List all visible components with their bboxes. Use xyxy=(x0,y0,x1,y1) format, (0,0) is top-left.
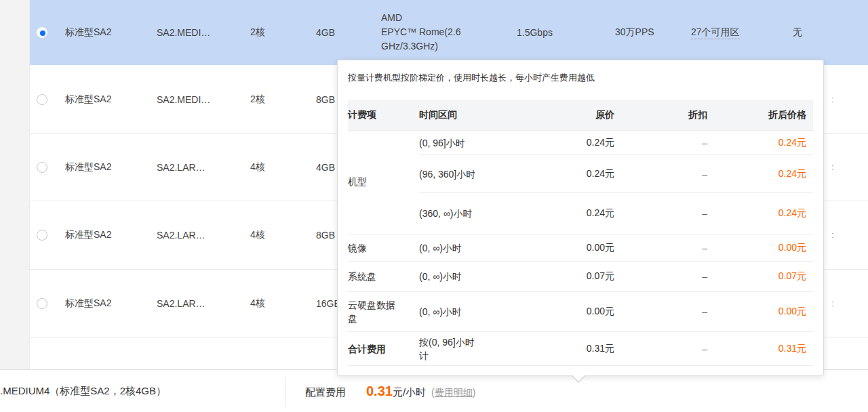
bar-divider xyxy=(285,377,285,407)
page-left-gutter xyxy=(0,0,30,369)
header-discount: 折扣 xyxy=(614,109,707,121)
instance-selection-page: 标准型SA2 SA2.MEDI… 2核 4GB AMD EPYC™ Rome(2… xyxy=(0,0,868,412)
radio-button-selected[interactable] xyxy=(37,27,47,38)
header-discounted-price: 折后价格 xyxy=(707,109,813,121)
available-zones-link[interactable]: 27个可用区 xyxy=(691,26,740,39)
selected-instance-summary: .MEDIUM4（标准型SA2，2核4GB） xyxy=(0,385,166,398)
truncated-text-fragment: : xyxy=(831,299,833,308)
instance-cpu-cores: 2核 xyxy=(250,26,316,39)
instance-family: 标准型SA2 xyxy=(65,94,157,106)
tier-row: (0, 96]小时 0.24元 – 0.24元 xyxy=(419,131,813,154)
instance-cpu-cores: 4核 xyxy=(250,161,316,173)
price-row-data-disk: 云硬盘数据盘 (0, ∞)小时 0.00元 – 0.00元 xyxy=(348,291,813,331)
instance-family: 标准型SA2 xyxy=(65,161,157,173)
config-fee-area: 配置费用 0.31 元/小时 (费用明细) xyxy=(305,384,475,399)
radio-button[interactable] xyxy=(37,230,47,241)
instance-spec: SA2.LAR… xyxy=(157,162,250,173)
header-time-range: 时间区间 xyxy=(419,109,509,121)
config-fee-label: 配置费用 xyxy=(305,386,346,399)
machine-type-group: 机型 (0, 96]小时 0.24元 – 0.24元 (96, 360]小时 0… xyxy=(348,131,813,234)
price-row-image: 镜像 (0, ∞)小时 0.00元 – 0.00元 xyxy=(348,234,813,261)
instance-row-selected[interactable]: 标准型SA2 SA2.MEDI… 2核 4GB AMD EPYC™ Rome(2… xyxy=(30,0,868,65)
billing-tier-tooltip: 按量计费机型按阶梯定价，使用时长越长，每小时产生费用越低 计费项 时间区间 原价… xyxy=(337,60,824,376)
instance-cpu-model: AMD EPYC™ Rome(2.6 GHz/3.3GHz) xyxy=(381,11,517,54)
tooltip-intro-text: 按量计费机型按阶梯定价，使用时长越长，每小时产生费用越低 xyxy=(348,60,813,85)
instance-zones-cell: 27个可用区 xyxy=(691,26,793,39)
instance-family: 标准型SA2 xyxy=(65,26,157,39)
config-fee-value: 0.31 xyxy=(366,384,393,399)
instance-family: 标准型SA2 xyxy=(65,297,157,310)
instance-spec: SA2.LAR… xyxy=(157,298,250,309)
header-billing-item: 计费项 xyxy=(348,109,419,121)
instance-spec: SA2.MEDI… xyxy=(157,94,250,105)
fee-detail-wrap: (费用明细) xyxy=(431,387,475,399)
instance-spec: SA2.LAR… xyxy=(157,230,250,241)
fee-detail-link[interactable]: 费用明细 xyxy=(435,387,473,398)
tier-row: (360, ∞)小时 0.24元 – 0.24元 xyxy=(419,192,813,234)
instance-note: 无 xyxy=(793,26,868,39)
header-original-price: 原价 xyxy=(509,109,614,121)
billing-item-label: 机型 xyxy=(348,131,419,234)
price-table-header: 计费项 时间区间 原价 折扣 折后价格 xyxy=(348,100,813,131)
truncated-text-fragment: : xyxy=(831,95,833,104)
truncated-text-fragment: : xyxy=(831,230,833,240)
instance-spec: SA2.MEDI… xyxy=(157,27,250,38)
price-row-total: 合计费用 按(0, 96]小时计 0.31元 – 0.31元 xyxy=(348,331,813,366)
price-tier-table: 计费项 时间区间 原价 折扣 折后价格 机型 (0, 96]小时 0.24元 –… xyxy=(348,100,813,366)
radio-button[interactable] xyxy=(37,298,47,309)
radio-button[interactable] xyxy=(37,94,47,105)
instance-cpu-cores: 4核 xyxy=(250,297,316,310)
instance-cpu-cores: 4核 xyxy=(250,229,316,241)
instance-bandwidth: 1.5Gbps xyxy=(517,27,615,38)
instance-cpu-cores: 2核 xyxy=(250,94,316,106)
tier-row: (96, 360]小时 0.24元 – 0.24元 xyxy=(419,154,813,192)
instance-family: 标准型SA2 xyxy=(65,229,157,241)
config-fee-unit: 元/小时 xyxy=(393,386,426,399)
price-row-system-disk: 系统盘 (0, ∞)小时 0.07元 – 0.07元 xyxy=(348,261,813,291)
instance-packet-rate: 30万PPS xyxy=(615,26,691,39)
truncated-text-fragment: : xyxy=(831,163,833,172)
instance-memory: 4GB xyxy=(316,27,381,38)
radio-button[interactable] xyxy=(37,162,47,173)
